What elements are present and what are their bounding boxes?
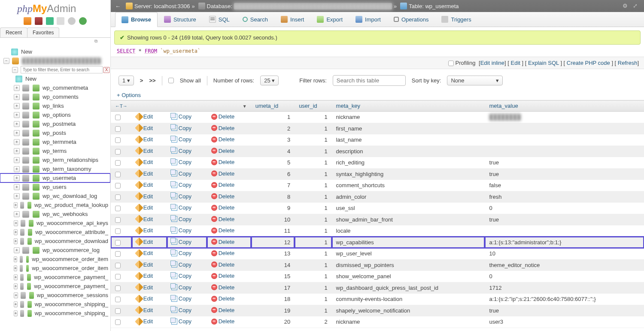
next-page[interactable]: > [140, 77, 143, 84]
table-struct-icon[interactable] [22, 130, 29, 137]
cell-meta-value[interactable]: true [485, 168, 644, 180]
options-toggle[interactable]: + Options [117, 92, 141, 98]
table-struct-icon[interactable] [22, 166, 29, 173]
cell-user-id[interactable]: 1 [295, 157, 331, 169]
reload-icon[interactable] [79, 17, 87, 25]
cell-user-id[interactable]: 1 [295, 134, 331, 146]
expand-icon[interactable] [14, 103, 20, 109]
tree-table-item[interactable]: wp_woocommerce_api_keys [0, 219, 110, 228]
sort-direction-header[interactable]: ←T→ [111, 100, 132, 112]
cell-meta-value[interactable]: ████████ [485, 112, 644, 123]
delete-row[interactable]: Delete [211, 273, 235, 279]
copy-row[interactable]: Copy [171, 295, 191, 302]
row-checkbox[interactable] [115, 172, 121, 177]
cell-umeta-id[interactable]: 4 [251, 146, 295, 157]
profiling-checkbox[interactable] [448, 61, 454, 66]
cell-umeta-id[interactable]: 12 [251, 237, 295, 248]
cell-umeta-id[interactable]: 7 [251, 180, 295, 191]
tree-table-item[interactable]: wp_woocommerce_shipping_ [0, 309, 110, 318]
cell-meta-value[interactable] [485, 134, 644, 146]
row-checkbox[interactable] [115, 319, 121, 325]
tab-structure[interactable]: Structure [158, 12, 203, 27]
cell-meta-value[interactable]: 1712 [485, 282, 644, 294]
edit-row[interactable]: Edit [136, 216, 153, 222]
tree-filter-input[interactable] [21, 66, 103, 73]
tab-triggers[interactable]: Triggers [435, 12, 477, 27]
cell-umeta-id[interactable]: 20 [251, 316, 295, 328]
cell-meta-key[interactable]: wp_dashboard_quick_press_last_post_id [332, 282, 485, 294]
cell-meta-key[interactable]: show_welcome_panel [332, 271, 485, 282]
cell-umeta-id[interactable]: 14 [251, 259, 295, 271]
cell-meta-key[interactable]: syntax_highlighting [332, 168, 485, 180]
collapse-top-icon[interactable]: ⤢ [633, 3, 640, 9]
row-checkbox[interactable] [115, 194, 121, 200]
cell-meta-key[interactable]: nickname [332, 112, 485, 123]
expand-icon[interactable] [14, 85, 20, 91]
edit-row[interactable]: Edit [136, 295, 153, 302]
cell-umeta-id[interactable]: 13 [251, 248, 295, 260]
copy-row[interactable]: Copy [171, 239, 191, 245]
expand-icon[interactable] [14, 274, 18, 280]
tree-table-item[interactable]: wp_woocommerce_shipping_ [0, 300, 110, 309]
cell-umeta-id[interactable]: 17 [251, 282, 295, 294]
nav-link-icon[interactable]: ⧉ [0, 38, 110, 46]
cell-meta-value[interactable]: fresh [485, 191, 644, 203]
delete-row[interactable]: Delete [211, 148, 235, 154]
expand-icon[interactable] [14, 292, 18, 298]
table-struct-icon[interactable] [22, 175, 29, 182]
cell-meta-key[interactable]: rich_editing [332, 157, 485, 169]
tree-table-item[interactable]: wp_postmeta [0, 119, 110, 128]
expand-icon[interactable] [14, 247, 20, 253]
row-checkbox[interactable] [115, 228, 121, 234]
delete-row[interactable]: Delete [211, 193, 235, 200]
table-struct-icon[interactable] [22, 85, 29, 91]
collapse-nav-icon[interactable]: ← [115, 3, 121, 9]
copy-row[interactable]: Copy [171, 261, 191, 268]
cell-meta-value[interactable]: 0 [485, 203, 644, 214]
cell-user-id[interactable]: 1 [295, 225, 331, 237]
col-user-id[interactable]: user_id [295, 100, 331, 112]
cell-meta-value[interactable] [485, 146, 644, 157]
copy-row[interactable]: Copy [171, 216, 191, 222]
copy-row[interactable]: Copy [171, 227, 191, 234]
cell-meta-key[interactable]: nickname [332, 316, 485, 328]
table-struct-icon[interactable] [20, 301, 24, 308]
tab-favorites[interactable]: Favorites [27, 27, 59, 37]
cell-user-id[interactable]: 1 [295, 203, 331, 214]
delete-row[interactable]: Delete [211, 204, 235, 211]
server-name[interactable]: localhost:3306 [154, 3, 190, 9]
col-meta-key[interactable]: meta_key [332, 100, 485, 112]
page-settings-icon[interactable]: ⚙ [623, 3, 629, 9]
table-struct-icon[interactable] [22, 94, 29, 100]
refresh-link[interactable]: Refresh [618, 60, 638, 66]
tree-table-item[interactable]: wp_woocommerce_order_item [0, 255, 110, 264]
copy-row[interactable]: Copy [171, 125, 191, 131]
table-struct-icon[interactable] [22, 247, 29, 254]
cell-meta-key[interactable]: admin_color [332, 191, 485, 203]
tree-table-item[interactable]: wp_woocommerce_order_item [0, 264, 110, 273]
table-struct-icon[interactable] [20, 229, 24, 236]
delete-row[interactable]: Delete [211, 307, 235, 313]
edit-row[interactable]: Edit [136, 113, 153, 120]
cell-meta-key[interactable]: first_name [332, 123, 485, 134]
cell-meta-key[interactable]: last_name [332, 134, 485, 146]
col-meta-value[interactable]: meta_value [485, 100, 644, 112]
cell-user-id[interactable]: 1 [295, 282, 331, 294]
delete-row[interactable]: Delete [211, 284, 235, 291]
cell-meta-key[interactable]: use_ssl [332, 203, 485, 214]
row-checkbox[interactable] [115, 115, 121, 120]
table-struct-icon[interactable] [20, 274, 24, 281]
tree-table-item[interactable]: wp_terms [0, 146, 110, 155]
copy-row[interactable]: Copy [171, 182, 191, 188]
expand-icon[interactable] [14, 94, 20, 100]
edit-row[interactable]: Edit [136, 261, 153, 268]
expand-icon[interactable] [14, 139, 20, 145]
tab-recent[interactable]: Recent [0, 27, 27, 37]
row-checkbox[interactable] [115, 137, 121, 143]
expand-icon[interactable] [14, 220, 18, 226]
expand-icon[interactable] [14, 256, 17, 262]
table-struct-icon[interactable] [21, 220, 25, 227]
row-checkbox[interactable] [115, 274, 121, 279]
copy-row[interactable]: Copy [171, 273, 191, 279]
cell-meta-value[interactable]: a:1:{s:13:"administrator";b:1;} [485, 237, 644, 248]
